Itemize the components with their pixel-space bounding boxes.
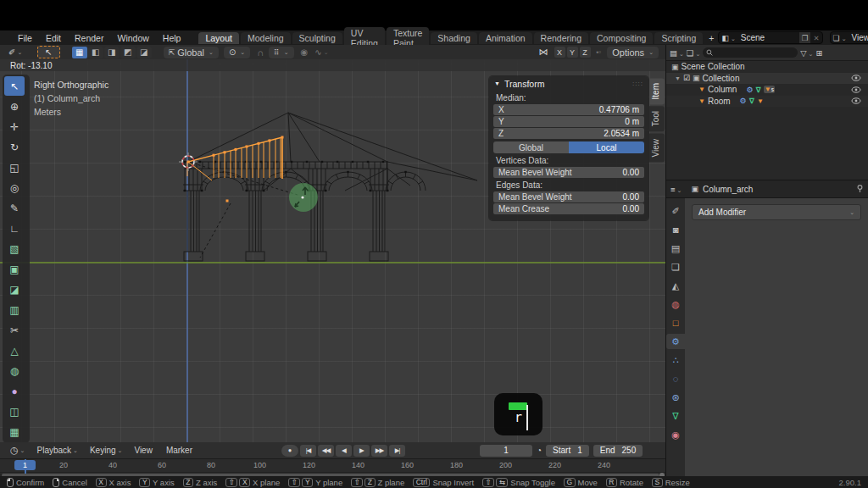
active-tool-button[interactable]: ↖	[37, 46, 59, 58]
mirror-axis-button[interactable]: X	[554, 47, 565, 58]
inset-faces-tool[interactable]: ▣	[4, 259, 25, 279]
extrude-region-tool[interactable]: ▧	[4, 239, 25, 258]
expand-icon[interactable]: ▼	[671, 75, 681, 81]
stopwatch-icon[interactable]: ◔	[537, 446, 542, 455]
poly-build-tool[interactable]: △	[4, 341, 25, 360]
timeline-menu-item[interactable]: Playback⌄	[31, 446, 83, 455]
collection-checkbox[interactable]: ☑	[683, 74, 690, 82]
timeline-menu-item[interactable]: Keying⌄	[84, 446, 128, 455]
measure-tool[interactable]: ∟	[4, 219, 25, 238]
space-option[interactable]: Global	[493, 141, 569, 153]
space-option[interactable]: Local	[569, 141, 644, 153]
properties-tab-particles[interactable]: ∴	[666, 352, 685, 368]
median-axis-field[interactable]: X 0.47706 m	[493, 104, 644, 115]
knife-tool[interactable]: ✂	[4, 320, 25, 340]
workspace-tab[interactable]: Modeling	[241, 32, 291, 44]
timeline-editor-dropdown[interactable]: ◷⌄	[4, 445, 31, 456]
spin-tool[interactable]: ◍	[4, 361, 25, 380]
edge-slide-tool[interactable]: ◫	[4, 402, 25, 421]
frame-end-field[interactable]: End 250	[593, 445, 643, 457]
workspace-tab[interactable]: +	[704, 32, 718, 44]
properties-tab-view-layer[interactable]: ❏	[666, 259, 685, 274]
mirror-icon[interactable]: ⋈	[536, 47, 552, 58]
outliner-display-mode-dropdown[interactable]: ▤⌄	[670, 48, 684, 58]
jump-to-end-button[interactable]: ▶|	[389, 445, 405, 457]
cursor-tool[interactable]: ⊕	[4, 97, 25, 116]
timeline-ruler[interactable]: 20406080100120140160180200220240 1	[0, 459, 665, 473]
options-dropdown[interactable]: Options⌄	[607, 47, 659, 58]
scene-copy-icon[interactable]: ❐	[799, 32, 811, 43]
smooth-tool[interactable]: ●	[4, 381, 25, 401]
scene-selector[interactable]: ◧⌄ Scene ❐ ✕	[718, 31, 822, 44]
shrink-fatten-tool[interactable]: ▦	[4, 422, 25, 441]
falloff-curve-dropdown[interactable]: ∿⌄	[311, 47, 331, 58]
properties-tab-render[interactable]: ◙	[666, 222, 685, 237]
workspace-tab[interactable]: Compositing	[590, 32, 653, 44]
workspace-tab[interactable]: Scripting	[654, 32, 703, 44]
snap-magnet-icon[interactable]: ∩	[253, 47, 267, 58]
workspace-tab[interactable]: Rendering	[534, 32, 588, 44]
object-data-icon[interactable]: ▼	[757, 97, 764, 105]
select-mode-new[interactable]: ▦	[72, 47, 87, 58]
scale-tool[interactable]: ◱	[4, 158, 25, 177]
mesh-data-icon[interactable]: ∇	[749, 97, 754, 105]
mirror-axis-button[interactable]: Y	[567, 47, 578, 58]
properties-tab-material[interactable]: ◉	[666, 427, 685, 442]
workspace-tab[interactable]: Layout	[198, 32, 239, 44]
workspace-tab[interactable]: Sculpting	[292, 32, 342, 44]
outliner-search-input[interactable]	[703, 47, 798, 58]
median-axis-field[interactable]: Z 2.0534 m	[493, 128, 644, 139]
outliner-row-scene-collection[interactable]: ▣ Scene Collection	[666, 61, 868, 73]
properties-tab-data[interactable]: ∇	[666, 408, 685, 424]
scene-name[interactable]: Scene	[738, 33, 799, 42]
menu-item[interactable]: Edit	[40, 32, 67, 44]
sidebar-tab[interactable]: Tool	[649, 106, 665, 131]
properties-tab-scene[interactable]: ◭	[666, 278, 685, 293]
menu-item[interactable]: Window	[111, 32, 154, 44]
menu-item[interactable]: Help	[157, 32, 187, 44]
properties-tab-constraints[interactable]: ⊛	[666, 390, 685, 405]
bevel-tool[interactable]: ◪	[4, 280, 25, 299]
panel-grip-icon[interactable]: ::::	[632, 80, 643, 87]
play-button[interactable]: ▶	[353, 445, 370, 457]
select-mode-subtract[interactable]: ◨	[104, 47, 120, 58]
edit-mode-badge[interactable]: ▼s	[764, 86, 775, 93]
properties-tab-physics[interactable]: ◌	[666, 371, 685, 386]
properties-tab-tool[interactable]: ✐	[666, 203, 685, 219]
record-button[interactable]: ●	[281, 445, 298, 457]
eye-icon[interactable]	[851, 75, 861, 81]
select-box-tool[interactable]: ↖	[4, 76, 25, 96]
pin-icon[interactable]	[856, 185, 864, 193]
current-frame-field[interactable]: 1	[480, 445, 532, 457]
timeline-menu-item[interactable]: View	[128, 446, 160, 455]
viewport-3d[interactable]: Rot: -13.10 Right Orthographic (1) Colum…	[0, 59, 665, 442]
properties-tab-object[interactable]: □	[666, 315, 685, 330]
sidebar-tab[interactable]: View	[649, 134, 665, 163]
move-tool[interactable]: ✛	[4, 117, 25, 136]
tool-settings-dropdown[interactable]: ✐⌄	[5, 47, 25, 58]
prev-keyframe-button[interactable]: ◀◀	[318, 445, 334, 457]
editor-type-dropdown[interactable]: ≡⌄	[670, 185, 682, 194]
playhead-frame-badge[interactable]: 1	[14, 460, 36, 470]
outliner-row-room[interactable]: ▼ Room ⚙ ∇ ▼	[666, 96, 868, 108]
select-mode-invert[interactable]: ◩	[120, 47, 136, 58]
select-mode-extend[interactable]: ◧	[88, 47, 103, 58]
edge-data-field[interactable]: Mean Bevel Weight 0.00	[493, 191, 644, 202]
view-layer-icon[interactable]: ❏⌄	[831, 34, 849, 42]
timeline-menu-item[interactable]: Marker	[160, 446, 200, 455]
eye-icon[interactable]	[851, 86, 861, 93]
new-collection-button[interactable]: ⊞	[815, 48, 822, 58]
workspace-tab[interactable]: Shading	[431, 32, 477, 44]
transform-orientation-dropdown[interactable]: ⇱ Global ⌄	[164, 47, 219, 58]
menu-item[interactable]: Render	[69, 32, 109, 44]
frame-start-field[interactable]: Start 1	[546, 445, 589, 457]
properties-tab-world[interactable]: ◍	[666, 297, 685, 312]
scene-unlink-icon[interactable]: ✕	[810, 34, 821, 42]
properties-tab-modifiers[interactable]: ⚙	[666, 334, 685, 349]
mesh-data-icon[interactable]: ∇	[755, 86, 760, 94]
eye-icon[interactable]	[851, 97, 861, 104]
workspace-tab[interactable]: Animation	[479, 32, 532, 44]
rotate-tool[interactable]: ↻	[4, 137, 25, 157]
scene-icon[interactable]: ◧⌄	[719, 34, 737, 42]
panel-collapse-icon[interactable]: ▼	[494, 80, 500, 86]
